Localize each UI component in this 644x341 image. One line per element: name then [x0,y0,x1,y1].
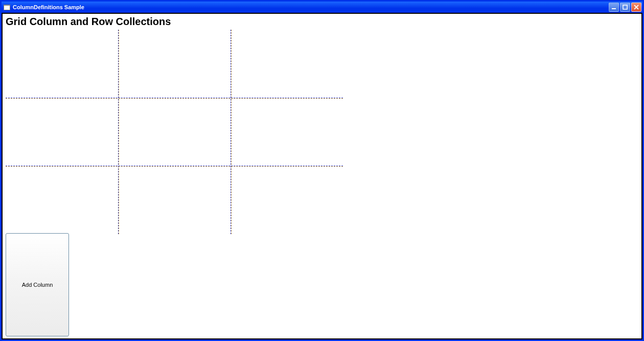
page-heading: Grid Column and Row Collections [3,14,641,29]
minimize-icon [611,5,616,10]
close-button[interactable] [631,3,641,12]
window-controls [609,3,641,12]
svg-rect-1 [623,5,627,9]
button-panel: Add Column [6,233,69,336]
titlebar-left: ColumnDefinitions Sample [4,4,84,10]
grid-column-line-accent [231,30,232,234]
grid-column-line-accent [119,30,119,234]
svg-rect-0 [612,8,616,9]
grid-preview [6,30,343,234]
window-title: ColumnDefinitions Sample [13,4,84,10]
client-area: Grid Column and Row Collections Add Colu… [2,13,642,339]
grid-row-line-accent [6,166,343,167]
add-column-button[interactable]: Add Column [6,233,69,336]
maximize-icon [623,5,628,10]
app-icon [4,5,10,10]
maximize-button[interactable] [620,3,630,12]
grid-row-line-accent [6,98,343,99]
titlebar[interactable]: ColumnDefinitions Sample [2,2,642,13]
minimize-button[interactable] [609,3,619,12]
add-column-button-label: Add Column [22,282,53,288]
app-window: ColumnDefinitions Sample Grid Column and… [0,0,644,341]
close-icon [634,5,639,10]
